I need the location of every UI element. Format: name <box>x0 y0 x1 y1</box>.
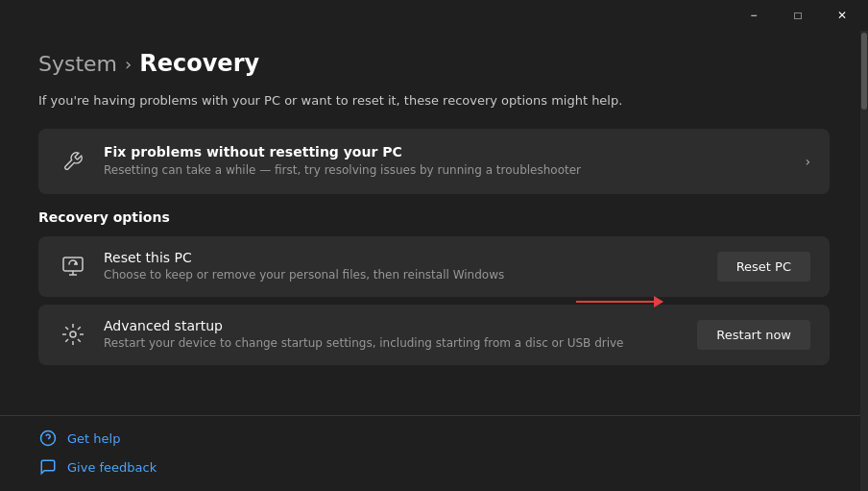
minimize-button[interactable]: − <box>732 0 776 31</box>
close-button[interactable]: ✕ <box>820 0 864 31</box>
advanced-startup-text: Advanced startup Restart your device to … <box>104 318 624 352</box>
give-feedback-label: Give feedback <box>67 460 157 475</box>
chevron-right-icon: › <box>805 154 810 169</box>
advanced-startup-title: Advanced startup <box>104 318 624 333</box>
fix-problems-text: Fix problems without resetting your PC R… <box>104 144 581 179</box>
restart-now-button[interactable]: Restart now <box>697 320 810 350</box>
breadcrumb: System › Recovery <box>38 50 830 77</box>
advanced-startup-card: Advanced startup Restart your device to … <box>38 305 830 365</box>
reset-pc-card: Reset this PC Choose to keep or remove y… <box>38 236 830 297</box>
feedback-icon <box>38 457 58 477</box>
scrollbar-thumb <box>861 33 867 110</box>
breadcrumb-system[interactable]: System <box>38 52 117 76</box>
reset-pc-desc: Choose to keep or remove your personal f… <box>104 267 504 283</box>
get-help-label: Get help <box>67 431 120 446</box>
reset-pc-title: Reset this PC <box>104 250 504 265</box>
breadcrumb-separator: › <box>125 54 132 74</box>
fix-problems-desc: Resetting can take a while — first, try … <box>104 162 581 179</box>
reset-pc-button[interactable]: Reset PC <box>717 252 810 282</box>
fix-problems-card-left: Fix problems without resetting your PC R… <box>58 144 581 179</box>
recovery-section-title: Recovery options <box>38 209 830 225</box>
get-help-item[interactable]: Get help <box>38 424 830 453</box>
advanced-startup-left: Advanced startup Restart your device to … <box>58 318 624 352</box>
maximize-button[interactable]: □ <box>776 0 820 31</box>
help-icon <box>38 429 58 448</box>
footer: Get help Give feedback <box>0 415 868 491</box>
wrench-icon <box>58 146 88 177</box>
reset-pc-left: Reset this PC Choose to keep or remove y… <box>58 250 504 283</box>
page-description: If you're having problems with your PC o… <box>38 92 830 110</box>
arrow-line <box>576 301 663 303</box>
scrollbar[interactable] <box>860 31 868 491</box>
give-feedback-item[interactable]: Give feedback <box>38 453 830 481</box>
advanced-startup-desc: Restart your device to change startup se… <box>104 335 624 352</box>
title-bar: − □ ✕ <box>0 0 868 31</box>
arrow-annotation <box>576 301 663 303</box>
breadcrumb-current: Recovery <box>139 50 259 77</box>
fix-problems-card[interactable]: Fix problems without resetting your PC R… <box>38 129 830 194</box>
fix-problems-title: Fix problems without resetting your PC <box>104 144 581 160</box>
reset-pc-text: Reset this PC Choose to keep or remove y… <box>104 250 504 283</box>
main-content: System › Recovery If you're having probl… <box>0 31 868 388</box>
svg-rect-0 <box>63 258 83 271</box>
svg-point-3 <box>70 331 76 337</box>
reset-pc-icon <box>58 251 88 282</box>
advanced-startup-icon <box>58 319 88 350</box>
